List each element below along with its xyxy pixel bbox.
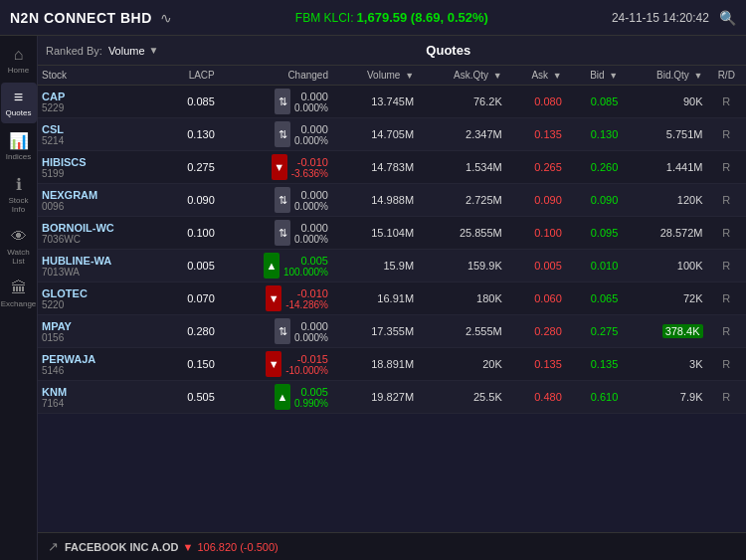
col-changed[interactable]: Changed (219, 66, 332, 86)
col-lacp[interactable]: LACP (163, 66, 219, 86)
col-bidqty[interactable]: Bid.Qty ▼ (622, 66, 706, 86)
bid-cell: 0.275 (566, 315, 623, 348)
changed-block: 0.000 0.000% (294, 222, 328, 245)
stock-name: PERWAJA (42, 353, 159, 365)
bidqty-cell: 7.9K (622, 381, 706, 414)
ask-value: 0.280 (534, 325, 562, 337)
table-row[interactable]: CAP 5229 0.085 ⇅ 0.000 0.000% 13.745M (38, 86, 746, 118)
volume-value: 16.91M (377, 292, 414, 304)
volume-cell: 17.355M (332, 315, 418, 348)
neutral-arrow-icon: ⇅ (275, 187, 290, 213)
volume-cell: 14.705M (332, 118, 418, 151)
app-title: N2N CONNECT BHD (10, 10, 152, 26)
bid-qty-value: 28.572M (660, 227, 703, 239)
table-row[interactable]: HIBISCS 5199 0.275 ▼ -0.010 -3.636% 14.7… (38, 151, 746, 184)
table-row[interactable]: GLOTEC 5220 0.070 ▼ -0.010 -14.286% 16.9… (38, 282, 746, 315)
lacp-value: 0.005 (187, 260, 215, 272)
ask-cell: 0.135 (506, 118, 566, 151)
changed-value: 0.000 (300, 222, 328, 234)
bid-value: 0.065 (591, 292, 619, 304)
changed-block: -0.015 -10.000% (285, 353, 328, 376)
askqty-cell: 25.855M (418, 217, 506, 250)
col-rd: R/D (707, 66, 747, 86)
neutral-arrow-icon: ⇅ (275, 220, 290, 246)
changed-value: 0.000 (300, 189, 328, 201)
volume-value: 14.783M (371, 161, 414, 173)
table-row[interactable]: NEXGRAM 0096 0.090 ⇅ 0.000 0.000% 14.988… (38, 184, 746, 217)
sidebar-item-home[interactable]: ⌂ Home (1, 40, 37, 81)
header-left: N2N CONNECT BHD ∿ (10, 10, 172, 26)
search-icon[interactable]: 🔍 (719, 10, 736, 26)
table-row[interactable]: BORNOIL-WC 7036WC 0.100 ⇅ 0.000 0.000% 1… (38, 217, 746, 250)
col-askqty[interactable]: Ask.Qty ▼ (418, 66, 506, 86)
bid-value: 0.095 (591, 227, 619, 239)
table-row[interactable]: KNM 7164 0.505 ▲ 0.005 0.990% 19.827M (38, 381, 746, 414)
askqty-cell: 25.5K (418, 381, 506, 414)
col-ask[interactable]: Ask ▼ (506, 66, 566, 86)
bid-cell: 0.090 (566, 184, 623, 217)
quotes-title: Quotes (158, 43, 738, 58)
sidebar-item-indices[interactable]: 📊 Indices (1, 125, 37, 167)
stock-cell: HUBLINE-WA 7013WA (38, 250, 163, 282)
down-arrow-icon: ▼ (266, 285, 281, 311)
bottom-ticker: ↗ FACEBOOK INC A.OD ▼ 106.820 (-0.500) (38, 532, 746, 560)
bid-value: 0.130 (591, 128, 619, 140)
askqty-value: 2.555M (466, 325, 502, 337)
ask-value: 0.060 (534, 292, 562, 304)
askqty-value: 25.5K (473, 391, 502, 403)
askqty-cell: 2.725M (418, 184, 506, 217)
klci-value: 1,679.59 (8.69, 0.52%) (357, 10, 488, 25)
exchange-icon: 🏛 (11, 280, 27, 297)
rd-cell: R (707, 118, 747, 151)
sidebar-item-exchange[interactable]: 🏛 Exchange (1, 274, 37, 314)
sidebar-item-stock-info[interactable]: ℹ StockInfo (1, 169, 37, 220)
stock-code: 7036WC (42, 234, 159, 245)
sidebar-item-quotes[interactable]: ≡ Quotes (1, 83, 37, 123)
rd-value: R (722, 95, 730, 107)
rd-value: R (722, 161, 730, 173)
askqty-value: 2.347M (466, 128, 502, 140)
changed-value: -0.010 (297, 156, 328, 168)
col-volume[interactable]: Volume ▼ (332, 66, 418, 86)
lacp-cell: 0.070 (163, 282, 219, 315)
changed-value: 0.005 (300, 255, 328, 267)
stock-name: CSL (42, 123, 159, 135)
volume-cell: 18.891M (332, 348, 418, 381)
stock-name: MPAY (42, 320, 159, 332)
changed-cell: ⇅ 0.000 0.000% (219, 184, 332, 217)
table-row[interactable]: PERWAJA 5146 0.150 ▼ -0.015 -10.000% 18.… (38, 348, 746, 381)
col-stock[interactable]: Stock (38, 66, 163, 86)
stock-code: 7013WA (42, 267, 159, 278)
sidebar-item-watchlist[interactable]: 👁 WatchList (1, 222, 37, 272)
table-row[interactable]: HUBLINE-WA 7013WA 0.005 ▲ 0.005 100.000%… (38, 250, 746, 282)
bid-value: 0.260 (591, 161, 619, 173)
changed-cell: ▲ 0.005 0.990% (219, 381, 332, 414)
volume-cell: 14.988M (332, 184, 418, 217)
changed-cell: ▼ -0.010 -3.636% (219, 151, 332, 184)
ask-value: 0.100 (534, 227, 562, 239)
ask-cell: 0.480 (506, 381, 566, 414)
changed-cell: ▲ 0.005 100.000% (219, 250, 332, 282)
bidqty-cell: 3K (622, 348, 706, 381)
changed-value: 0.005 (300, 386, 328, 398)
volume-cell: 15.9M (332, 250, 418, 282)
table-row[interactable]: CSL 5214 0.130 ⇅ 0.000 0.000% 14.705M (38, 118, 746, 151)
volume-cell: 16.91M (332, 282, 418, 315)
changed-wrapper: ▼ -0.015 -10.000% (223, 351, 328, 377)
changed-cell: ⇅ 0.000 0.000% (219, 86, 332, 118)
ask-cell: 0.280 (506, 315, 566, 348)
askqty-value: 20K (482, 358, 502, 370)
askqty-value: 180K (476, 292, 502, 304)
down-arrow-icon: ▼ (272, 154, 287, 180)
col-bid[interactable]: Bid ▼ (566, 66, 623, 86)
table-row[interactable]: MPAY 0156 0.280 ⇅ 0.000 0.000% 17.355M (38, 315, 746, 348)
changed-wrapper: ▲ 0.005 100.000% (223, 253, 328, 279)
table-body: CAP 5229 0.085 ⇅ 0.000 0.000% 13.745M (38, 86, 746, 414)
bid-cell: 0.085 (566, 86, 623, 118)
changed-block: 0.000 0.000% (294, 91, 328, 113)
rd-value: R (722, 391, 730, 403)
volume-value: 17.355M (371, 325, 414, 337)
ranked-dropdown-icon[interactable]: ▼ (149, 45, 159, 56)
volume-cell: 14.783M (332, 151, 418, 184)
indices-icon: 📊 (9, 131, 29, 150)
